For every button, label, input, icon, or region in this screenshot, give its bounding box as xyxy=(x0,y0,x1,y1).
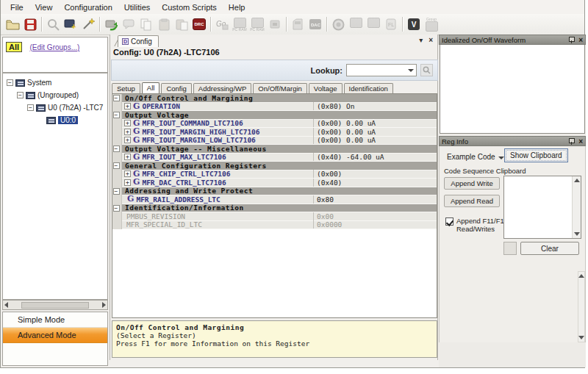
ram-to-pc-icon[interactable]: PC RAM xyxy=(248,15,266,33)
tab-voltage[interactable]: Voltage xyxy=(309,83,343,93)
find-icon[interactable] xyxy=(44,15,62,33)
section-row[interactable]: − On/Off Control and Margining xyxy=(112,94,437,103)
config-document-tab[interactable]: D Config xyxy=(118,35,159,47)
advanced-mode-button[interactable]: Advanced Mode xyxy=(3,328,107,343)
close-icon[interactable]: × xyxy=(578,137,583,145)
drc-icon[interactable]: DRC xyxy=(190,15,208,33)
lookup-search-button[interactable] xyxy=(420,64,433,76)
collapse-icon[interactable]: − xyxy=(113,145,120,152)
tab-identification[interactable]: Identification xyxy=(344,83,393,93)
register-row[interactable]: + G MFR_IOUT_MARGIN_HIGH_LTC7106 (0x00) … xyxy=(112,128,437,137)
fault-log-icon[interactable]: FL xyxy=(382,15,400,33)
menu-view[interactable]: View xyxy=(30,1,58,13)
tree-item-system[interactable]: − System xyxy=(3,76,107,89)
tree-horizontal-scrollbar[interactable] xyxy=(2,300,108,310)
telemetry-read-icon[interactable] xyxy=(365,15,382,33)
go-online-icon[interactable] xyxy=(102,15,120,33)
register-row[interactable]: + G MFR_CHIP_CTRL_LTC7106 (0x00) xyxy=(112,170,437,179)
tab-setup[interactable]: Setup xyxy=(112,83,140,93)
all-groups-badge[interactable]: All xyxy=(6,42,22,52)
expand-icon[interactable]: + xyxy=(124,170,131,177)
paste-icon[interactable] xyxy=(155,15,173,33)
append-f11-f12-checkbox[interactable]: Append F11/F12 Read/Writes xyxy=(445,217,508,233)
group-icon[interactable]: Group xyxy=(423,15,440,33)
setup-wizard-icon[interactable] xyxy=(79,15,97,33)
code-clipboard-textarea[interactable] xyxy=(503,176,581,239)
section-row[interactable]: − General Configuration Registers xyxy=(112,162,437,170)
expand-icon[interactable]: + xyxy=(124,120,131,126)
close-tab-icon[interactable]: × xyxy=(429,36,433,44)
clear-button[interactable]: Clear xyxy=(520,242,579,255)
register-row-readonly[interactable]: PMBUS_REVISION 0x00 xyxy=(112,212,437,221)
pin-icon[interactable] xyxy=(568,37,574,43)
scroll-up-icon[interactable] xyxy=(574,179,580,182)
dac-icon[interactable]: DAC xyxy=(306,15,324,33)
tab-addressing-wp[interactable]: Addressing/WP xyxy=(193,83,251,93)
open-file-icon[interactable] xyxy=(4,15,21,33)
telemetry-write-icon[interactable] xyxy=(347,15,365,33)
scroll-right-icon[interactable] xyxy=(102,302,106,308)
close-icon[interactable]: × xyxy=(578,36,583,44)
nvm-write-icon[interactable] xyxy=(266,15,284,33)
register-value[interactable]: (0x40) -64.00 uA xyxy=(313,153,437,161)
clipboard-aux-button[interactable] xyxy=(503,242,517,255)
register-row[interactable]: + G MFR_IOUT_MAX_LTC7106 (0x40) -64.00 u… xyxy=(112,154,437,162)
scroll-thumb[interactable] xyxy=(21,302,89,309)
go-command-icon[interactable]: Go xyxy=(213,15,231,33)
collapse-icon[interactable]: − xyxy=(27,104,34,111)
cf-card-icon[interactable] xyxy=(289,15,306,33)
comment-icon[interactable] xyxy=(120,15,137,33)
collapse-icon[interactable]: − xyxy=(113,95,120,101)
register-value[interactable]: (0x80) On xyxy=(313,102,437,110)
textarea-scrollbar[interactable] xyxy=(572,176,581,238)
register-row[interactable]: + G MFR_IOUT_COMMAND_LTC7106 (0x00) 0.00… xyxy=(112,120,437,129)
tree-item-rail-selected[interactable]: U0:0 xyxy=(3,114,107,126)
scroll-down-icon[interactable] xyxy=(578,336,584,339)
collapse-icon[interactable]: − xyxy=(17,92,24,98)
expand-icon[interactable]: + xyxy=(124,103,131,109)
tree-item-ungrouped[interactable]: − (Ungrouped) xyxy=(3,89,107,101)
menu-custom-scripts[interactable]: Custom Scripts xyxy=(157,1,222,13)
register-value[interactable]: (0x00) 0.00 uA xyxy=(313,128,437,136)
menu-utilities[interactable]: Utilities xyxy=(119,1,155,13)
tab-all[interactable]: All xyxy=(142,82,160,93)
expand-icon[interactable]: + xyxy=(124,179,131,186)
register-row[interactable]: + G OPERATION (0x80) On xyxy=(112,103,437,112)
register-value[interactable]: (0x00) 0.00 uA xyxy=(313,136,437,144)
register-row-readonly[interactable]: MFR_SPECIAL_ID_LTC 0x0000 xyxy=(112,221,437,230)
scroll-down-icon[interactable] xyxy=(574,232,580,236)
section-row[interactable]: − Addressing and Write Protect xyxy=(112,187,437,196)
menu-help[interactable]: Help xyxy=(223,1,251,13)
save-icon[interactable] xyxy=(21,15,39,33)
register-row[interactable]: + G MFR_DAC_CTRL_LTC7106 (0x40) xyxy=(112,179,437,187)
example-code-dropdown[interactable]: Example Code xyxy=(444,151,507,163)
scroll-up-icon[interactable] xyxy=(578,274,584,278)
tree-item-device-u0[interactable]: − U0 (7h2A) -LTC7 xyxy=(3,101,107,114)
collapse-icon[interactable]: − xyxy=(113,162,120,169)
collapse-icon[interactable]: − xyxy=(113,205,120,212)
collapse-icon[interactable]: − xyxy=(7,79,13,86)
register-value[interactable]: 0x80 xyxy=(313,195,437,204)
section-row[interactable]: − Output Voltage -- Miscellaneous xyxy=(112,145,437,154)
pc-to-ram-icon[interactable]: PC RAM xyxy=(231,15,248,33)
checkbox-checked-icon[interactable] xyxy=(445,217,453,226)
panel-scrollbar[interactable] xyxy=(578,271,585,342)
register-row[interactable]: + G MFR_IOUT_MARGIN_LOW_LTC7106 (0x00) 0… xyxy=(112,137,437,145)
simple-mode-button[interactable]: Simple Mode xyxy=(3,312,107,328)
menu-file[interactable]: File xyxy=(5,1,29,13)
pin-icon[interactable] xyxy=(568,138,574,145)
scroll-left-icon[interactable] xyxy=(4,302,8,308)
register-row[interactable]: G MFR_RAIL_ADDRESS_LTC 0x80 xyxy=(112,195,437,204)
tab-menu-icon[interactable]: ▾ xyxy=(419,36,423,44)
expand-icon[interactable]: + xyxy=(124,154,131,160)
edit-groups-link[interactable]: (Edit Groups...) xyxy=(30,43,80,51)
expand-icon[interactable]: + xyxy=(124,129,131,135)
copy-icon[interactable] xyxy=(137,15,155,33)
lookup-combobox[interactable] xyxy=(346,64,417,76)
register-value[interactable]: (0x00) xyxy=(313,170,437,178)
verify-icon[interactable]: V xyxy=(405,15,423,33)
tab-on-off-margin[interactable]: On/Off/Margin xyxy=(253,83,307,93)
paste-special-icon[interactable] xyxy=(173,15,190,33)
append-write-button[interactable]: Append Write xyxy=(444,177,500,190)
append-read-button[interactable]: Append Read xyxy=(444,195,500,207)
